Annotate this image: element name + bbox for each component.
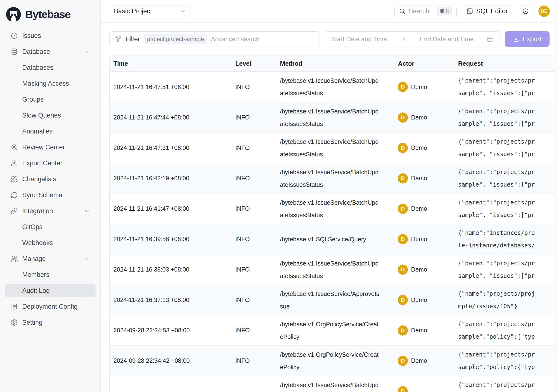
manage-icon xyxy=(11,255,18,262)
advanced-search-placeholder: Advanced search xyxy=(211,35,260,43)
sidebar-item-groups[interactable]: Groups xyxy=(5,93,96,106)
sidebar-item-label: Deployment Config xyxy=(22,303,78,310)
end-date-placeholder: End Date and Time xyxy=(420,35,473,43)
search-label: Search xyxy=(409,8,429,15)
sidebar-item-masking-access[interactable]: Masking Access xyxy=(5,77,96,90)
cell-method: /bytebase.v1.IssueService/BatchUpd ateIs… xyxy=(276,376,394,392)
sidebar-item-label: Masking Access xyxy=(22,80,69,87)
sidebar-item-label: Database xyxy=(22,48,50,55)
audit-log-table: TimeLevelMethodActorRequest 2024-11-21 1… xyxy=(109,55,558,392)
table-row[interactable]: 2024-11-21 16:39:58 +08:00INFO/bytebase.… xyxy=(110,224,558,254)
sidebar-item-label: Groups xyxy=(22,96,44,103)
sql-editor-button[interactable]: SQL Editor xyxy=(462,6,512,17)
cell-level: INFO xyxy=(231,315,276,345)
table-row[interactable]: 2024-11-21 16:41:47 +08:00INFO/bytebase.… xyxy=(110,193,558,224)
cell-method: /bytebase.v1.IssueService/BatchUpd ateIs… xyxy=(276,163,394,193)
search-button[interactable]: Search ⌘ K xyxy=(394,6,457,17)
cell-request: {"name":"instances/pro le-instance/datab… xyxy=(454,224,558,254)
sql-editor-label: SQL Editor xyxy=(476,8,508,15)
cell-level: INFO xyxy=(231,285,276,315)
table-row[interactable]: 2024-11-21 16:47:51 +08:00INFO/bytebase.… xyxy=(110,72,558,102)
sidebar-item-label: Anomalies xyxy=(22,128,52,135)
cell-method: /bytebase.v1.IssueService/BatchUpd ateIs… xyxy=(276,254,394,285)
actor-avatar: D xyxy=(398,325,408,336)
table-body: 2024-11-21 16:47:51 +08:00INFO/bytebase.… xyxy=(110,72,558,392)
sidebar-item-deployment-config[interactable]: Deployment Config xyxy=(5,300,96,313)
sidebar-item-label: Databases xyxy=(22,64,53,71)
column-header-time: Time xyxy=(110,56,231,71)
sidebar-item-sync-schema[interactable]: Sync Schema xyxy=(5,188,96,202)
actor-name: Demo xyxy=(411,84,427,90)
cell-request: {"parent":"projects/pr sample","policy":… xyxy=(454,346,558,376)
sidebar-item-members[interactable]: Members xyxy=(5,268,96,281)
cell-time: 2024-11-21 16:47:51 +08:00 xyxy=(110,72,231,102)
sidebar-item-review-center[interactable]: Review Center xyxy=(5,140,96,154)
filter-chip-project[interactable]: project:project-sample xyxy=(144,34,207,44)
sidebar-item-label: Issues xyxy=(22,32,41,40)
table-row[interactable]: 2024-11-21 16:37:13 +08:00INFO/bytebase.… xyxy=(110,285,558,315)
cell-actor: DDemo xyxy=(394,346,454,376)
cell-level: INFO xyxy=(231,224,276,254)
cell-request: {"parent":"projects/pr sample", "issues"… xyxy=(454,72,558,102)
cell-time: 2024-09-28 22:34:53 +08:00 xyxy=(110,315,231,345)
filter-label: Filter xyxy=(125,35,140,43)
chevron-down-icon xyxy=(84,256,90,262)
sidebar-item-setting[interactable]: Setting xyxy=(5,316,96,329)
table-row[interactable]: 2024-11-21 16:42:19 +08:00INFO/bytebase.… xyxy=(110,163,558,193)
sidebar-item-audit-log[interactable]: Audit Log xyxy=(5,284,96,297)
search-icon xyxy=(399,8,405,15)
export-button[interactable]: Export xyxy=(505,31,549,47)
table-row[interactable]: 2024-09-28 22:34:42 +08:00INFO/bytebase.… xyxy=(110,345,558,376)
actor-name: Demo xyxy=(411,327,427,334)
sidebar-item-export-center[interactable]: Export Center xyxy=(5,157,96,170)
actor-avatar: D xyxy=(398,113,408,123)
cell-request: {"parent":"projects/pr sample", "issues"… xyxy=(454,254,558,285)
sync-schema-icon xyxy=(11,192,18,199)
sidebar-item-webhooks[interactable]: Webhooks xyxy=(5,236,96,250)
cell-level: INFO xyxy=(231,102,276,132)
date-range-picker[interactable]: Start Date and Time End Date and Time xyxy=(325,31,500,47)
audit-log-page: Filter project:project-sample Advanced s… xyxy=(101,23,558,392)
cell-method: /bytebase.v1.IssueService/BatchUpd ateIs… xyxy=(276,72,394,102)
sidebar-item-databases[interactable]: Databases xyxy=(5,61,96,74)
cell-method: /bytebase.v1.OrgPolicyService/Creat ePol… xyxy=(276,315,394,345)
sidebar-item-label: Export Center xyxy=(22,160,62,167)
cell-actor: DDemo xyxy=(394,163,454,193)
sidebar-item-database[interactable]: Database xyxy=(5,45,96,58)
brand-logo[interactable]: Bytebase xyxy=(5,6,96,29)
sidebar-item-label: Changelists xyxy=(22,175,56,183)
project-selector[interactable]: Basic Project xyxy=(109,6,191,17)
sidebar-item-manage[interactable]: Manage xyxy=(5,252,96,266)
cell-time: 2024-11-21 16:39:58 +08:00 xyxy=(110,224,231,254)
search-shortcut-badge: ⌘ K xyxy=(437,7,452,16)
review-center-icon xyxy=(11,144,18,151)
bytebase-logo-icon xyxy=(6,7,21,22)
filter-input[interactable]: Filter project:project-sample Advanced s… xyxy=(109,31,320,47)
sidebar-item-issues[interactable]: Issues xyxy=(5,29,96,43)
sidebar-item-slow-queries[interactable]: Slow Queries xyxy=(5,109,96,122)
sidebar-item-changelists[interactable]: Changelists xyxy=(5,172,96,186)
table-row[interactable]: 2024-11-21 16:38:03 +08:00INFO/bytebase.… xyxy=(110,254,558,285)
issue-quick-button[interactable] xyxy=(518,6,533,17)
table-row[interactable]: /bytebase.v1.IssueService/BatchUpd ateIs… xyxy=(110,376,558,392)
table-row[interactable]: 2024-11-21 16:47:44 +08:00INFO/bytebase.… xyxy=(110,102,558,132)
cell-actor: D xyxy=(394,376,454,392)
cell-request: {"parent":"projects/pr sample", "issues"… xyxy=(454,194,558,224)
cell-level xyxy=(231,376,276,392)
sidebar-item-gitops[interactable]: GitOps xyxy=(5,220,96,234)
sidebar-item-anomalies[interactable]: Anomalies xyxy=(5,125,96,138)
sidebar-item-label: Members xyxy=(22,271,50,279)
sidebar-item-label: Integration xyxy=(22,207,53,215)
cell-request: {"parent":"projects/pr sample","policy":… xyxy=(454,315,558,345)
sidebar-item-integration[interactable]: Integration xyxy=(5,204,96,218)
project-selector-value: Basic Project xyxy=(114,8,152,15)
column-header-actor: Actor xyxy=(394,56,454,71)
user-avatar[interactable]: DE xyxy=(539,6,550,17)
actor-name: Demo xyxy=(411,296,427,303)
vertical-scrollbar[interactable] xyxy=(555,0,558,392)
cell-method: /bytebase.v1.IssueService/ApproveIs sue xyxy=(276,285,394,315)
filter-bar: Filter project:project-sample Advanced s… xyxy=(109,31,549,47)
table-row[interactable]: 2024-09-28 22:34:53 +08:00INFO/bytebase.… xyxy=(110,315,558,345)
changelists-icon xyxy=(11,175,18,183)
table-row[interactable]: 2024-11-21 16:47:31 +08:00INFO/bytebase.… xyxy=(110,132,558,163)
